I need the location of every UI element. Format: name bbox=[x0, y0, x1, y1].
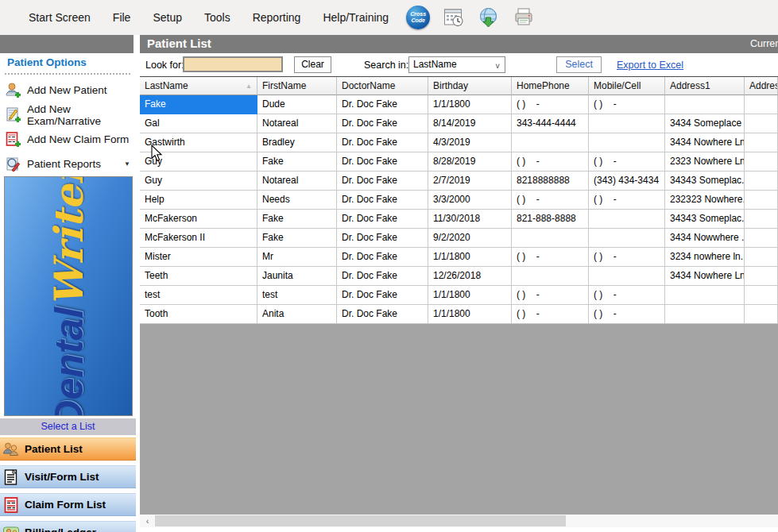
cell[interactable] bbox=[589, 133, 665, 152]
cell[interactable] bbox=[745, 191, 778, 210]
cell[interactable] bbox=[745, 229, 778, 248]
cell[interactable]: ( ) - bbox=[589, 152, 665, 172]
cell[interactable]: 8218888888 bbox=[512, 172, 589, 191]
menu-item-help-training[interactable]: Help/Training bbox=[312, 0, 400, 35]
cell[interactable]: Guy bbox=[140, 172, 257, 191]
cell[interactable]: ( ) - bbox=[589, 248, 665, 267]
menu-item-file[interactable]: File bbox=[102, 0, 142, 35]
cell[interactable]: 3434 Nowwhere ... bbox=[665, 229, 745, 248]
column-header-address[interactable]: Address bbox=[745, 77, 778, 95]
cell[interactable]: 2/7/2019 bbox=[428, 172, 512, 191]
cell[interactable] bbox=[745, 172, 778, 191]
clear-button[interactable]: Clear bbox=[294, 56, 331, 73]
column-header-birthday[interactable]: Birthday bbox=[428, 77, 512, 95]
cell[interactable]: Dr. Doc Fake bbox=[337, 152, 428, 172]
cell[interactable] bbox=[512, 229, 589, 248]
list-button-patient-list[interactable]: Patient List bbox=[0, 438, 136, 461]
cell[interactable]: 1/1/1800 bbox=[428, 248, 512, 267]
table-row[interactable]: HelpNeedsDr. Doc Fake3/3/2000( ) -( ) -2… bbox=[140, 191, 778, 210]
cell[interactable] bbox=[589, 210, 665, 229]
cell[interactable] bbox=[745, 210, 778, 229]
cell[interactable] bbox=[745, 305, 778, 324]
list-button-claim-form-list[interactable]: Claim Form List bbox=[0, 493, 136, 516]
horizontal-scrollbar[interactable]: ‹ bbox=[140, 515, 778, 527]
scroll-left-arrow-icon[interactable]: ‹ bbox=[141, 515, 153, 527]
cell[interactable]: Fake bbox=[257, 229, 337, 248]
cell[interactable]: Gal bbox=[140, 114, 257, 133]
cell[interactable]: Mr bbox=[257, 248, 337, 267]
cell[interactable]: ( ) - bbox=[512, 305, 589, 324]
cell[interactable]: 8/28/2019 bbox=[428, 152, 512, 172]
cell[interactable]: 2323 Nowhere Ln. bbox=[665, 152, 745, 172]
menu-item-reporting[interactable]: Reporting bbox=[242, 0, 312, 35]
calendar-clock-icon[interactable] bbox=[443, 6, 465, 29]
search-in-dropdown[interactable]: LastName ˅ bbox=[408, 56, 505, 73]
menu-item-tools[interactable]: Tools bbox=[193, 0, 242, 35]
cell[interactable]: ( ) - bbox=[512, 286, 589, 305]
cell[interactable]: Dr. Doc Fake bbox=[337, 210, 428, 229]
look-for-input[interactable] bbox=[183, 56, 283, 72]
cell[interactable]: Dr. Doc Fake bbox=[337, 305, 428, 324]
cell[interactable]: 3/3/2000 bbox=[428, 191, 512, 210]
cell[interactable] bbox=[589, 114, 665, 133]
cell[interactable]: 11/30/2018 bbox=[428, 210, 512, 229]
cell[interactable]: 343-444-4444 bbox=[512, 114, 589, 133]
table-row[interactable]: testtestDr. Doc Fake1/1/1800( ) -( ) - bbox=[140, 286, 778, 305]
cell[interactable]: Needs bbox=[257, 191, 337, 210]
column-header-firstname[interactable]: FirstName bbox=[257, 77, 337, 95]
cell[interactable] bbox=[745, 286, 778, 305]
cell[interactable]: Tooth bbox=[140, 305, 257, 324]
cell[interactable] bbox=[745, 114, 778, 133]
cell[interactable]: Dr. Doc Fake bbox=[337, 267, 428, 286]
cell[interactable]: Teeth bbox=[140, 267, 257, 286]
table-row[interactable]: ToothAnitaDr. Doc Fake1/1/1800( ) -( ) - bbox=[140, 305, 778, 324]
cell[interactable]: 3434 Nowhere Ln. bbox=[665, 267, 745, 286]
cell[interactable]: 232323 Nowhere... bbox=[665, 191, 745, 210]
cell[interactable]: McFakerson II bbox=[140, 229, 257, 248]
cell[interactable]: Mister bbox=[140, 248, 257, 267]
column-header-doctorname[interactable]: DoctorName bbox=[337, 77, 428, 95]
sidebar-action-patient-reports[interactable]: Patient Reports▼ bbox=[5, 152, 134, 176]
cell[interactable]: 1/1/1800 bbox=[428, 95, 512, 114]
cell[interactable]: Dr. Doc Fake bbox=[337, 286, 428, 305]
cell[interactable] bbox=[589, 229, 665, 248]
cell[interactable]: ( ) - bbox=[512, 191, 589, 210]
column-header-lastname[interactable]: LastName▲ bbox=[140, 77, 257, 95]
cell[interactable]: ( ) - bbox=[512, 248, 589, 267]
sidebar-action-add-new-exam-narrative[interactable]: Add New Exam/Narrative bbox=[5, 102, 134, 127]
cell[interactable] bbox=[665, 305, 745, 324]
cell[interactable] bbox=[665, 286, 745, 305]
dropdown-arrow-icon[interactable]: ▼ bbox=[124, 160, 130, 168]
table-row[interactable]: McFakersonFakeDr. Doc Fake11/30/2018821-… bbox=[140, 210, 778, 229]
cell[interactable]: ( ) - bbox=[512, 95, 589, 114]
export-to-excel-link[interactable]: Export to Excel bbox=[617, 60, 683, 71]
table-row[interactable]: TeethJaunitaDr. Doc Fake12/26/20183434 N… bbox=[140, 267, 778, 286]
cell[interactable]: 9/2/2020 bbox=[428, 229, 512, 248]
cell[interactable]: Bradley bbox=[257, 133, 337, 152]
cell[interactable]: 34343 Someplac... bbox=[665, 210, 745, 229]
column-header-homephone[interactable]: HomePhone bbox=[512, 77, 589, 95]
cell[interactable]: 8/14/2019 bbox=[428, 114, 512, 133]
cell[interactable]: 3434 Nowhere Ln. bbox=[665, 133, 745, 152]
cell[interactable]: Help bbox=[140, 191, 257, 210]
cell[interactable] bbox=[512, 133, 589, 152]
cell[interactable]: ( ) - bbox=[512, 152, 589, 172]
cell[interactable]: Dude bbox=[257, 95, 337, 114]
cell[interactable]: 34343 Someplac... bbox=[665, 172, 745, 191]
cell[interactable]: Dr. Doc Fake bbox=[337, 229, 428, 248]
cell[interactable]: Notareal bbox=[257, 172, 337, 191]
list-button-visit-form-list[interactable]: Visit/Form List bbox=[0, 465, 136, 488]
cell[interactable]: ( ) - bbox=[589, 286, 665, 305]
cell[interactable] bbox=[589, 267, 665, 286]
cell[interactable] bbox=[745, 95, 778, 114]
cell[interactable]: Dr. Doc Fake bbox=[337, 133, 428, 152]
cell[interactable]: test bbox=[140, 286, 257, 305]
cell[interactable]: 12/26/2018 bbox=[428, 267, 512, 286]
cell[interactable]: Anita bbox=[257, 305, 337, 324]
table-row[interactable]: GastwirthBradleyDr. Doc Fake4/3/20193434… bbox=[140, 133, 778, 152]
cell[interactable]: 1/1/1800 bbox=[428, 286, 512, 305]
cell[interactable]: 4/3/2019 bbox=[428, 133, 512, 152]
cell[interactable]: Dr. Doc Fake bbox=[337, 248, 428, 267]
cell[interactable]: 3434 Someplace ... bbox=[665, 114, 745, 133]
cell[interactable]: (343) 434-3434 bbox=[589, 172, 665, 191]
